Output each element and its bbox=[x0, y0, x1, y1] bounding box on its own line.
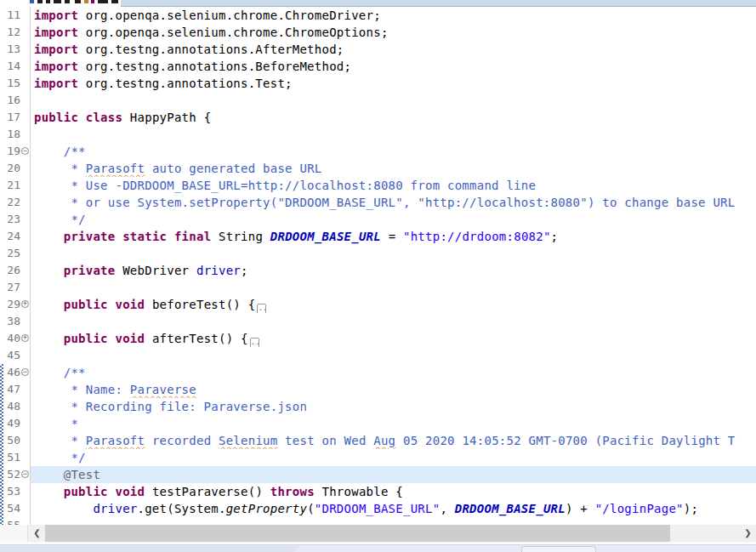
code-text: import org.testng.annotations.Test; bbox=[30, 75, 756, 92]
line-number: 17 bbox=[3, 109, 20, 126]
cut-off-editor-tab[interactable] bbox=[28, 0, 121, 4]
code-line[interactable]: 27 bbox=[0, 279, 756, 296]
code-text: import org.testng.annotations.BeforeMeth… bbox=[30, 58, 756, 75]
line-number: 47 bbox=[3, 381, 20, 398]
fold-ruler bbox=[20, 126, 30, 143]
line-number: 40 bbox=[3, 330, 20, 347]
code-text: * bbox=[30, 415, 756, 432]
tab-bar-strip bbox=[0, 0, 756, 7]
code-text: public class HappyPath { bbox=[30, 109, 756, 126]
folded-code-icon[interactable]: .. bbox=[250, 338, 259, 347]
fold-collapse-icon[interactable]: − bbox=[21, 147, 29, 155]
code-line[interactable]: 55 bbox=[0, 517, 756, 525]
code-line[interactable]: 51 */ bbox=[0, 449, 756, 466]
line-number: 53 bbox=[3, 483, 20, 500]
code-text: import org.openqa.selenium.chrome.Chrome… bbox=[30, 24, 756, 41]
line-number: 52 bbox=[3, 466, 20, 483]
fold-collapse-icon[interactable]: − bbox=[21, 470, 29, 478]
line-number: 55 bbox=[3, 517, 20, 525]
fold-ruler bbox=[20, 7, 30, 24]
line-number: 24 bbox=[3, 228, 20, 245]
code-line[interactable]: 29+ public void beforeTest() {.. bbox=[0, 296, 756, 313]
code-editor[interactable]: 11import org.openqa.selenium.chrome.Chro… bbox=[0, 7, 756, 525]
fold-expand-icon[interactable]: + bbox=[21, 334, 29, 342]
code-line[interactable]: 48 * Recording file: Paraverse.json bbox=[0, 398, 756, 415]
line-number: 14 bbox=[3, 58, 20, 75]
code-line[interactable]: 40+ public void afterTest() {.. bbox=[0, 330, 756, 347]
scrollbar-corner bbox=[0, 525, 28, 542]
eclipse-java-editor: 11import org.openqa.selenium.chrome.Chro… bbox=[0, 0, 756, 552]
code-line[interactable]: 14import org.testng.annotations.BeforeMe… bbox=[0, 58, 756, 75]
code-line[interactable]: 25 bbox=[0, 245, 756, 262]
code-text: * or use System.setProperty("DRDOOM_BASE… bbox=[30, 194, 756, 211]
code-line[interactable]: 45 bbox=[0, 347, 756, 364]
fold-ruler bbox=[20, 432, 30, 449]
scroll-left-icon[interactable]: ❮ bbox=[29, 525, 45, 542]
line-number: 38 bbox=[3, 313, 20, 330]
code-line[interactable]: 23 */ bbox=[0, 211, 756, 228]
folded-code-icon[interactable]: .. bbox=[257, 304, 266, 313]
fold-collapse-icon[interactable]: − bbox=[21, 368, 29, 376]
fold-ruler bbox=[20, 75, 30, 92]
code-line[interactable]: 17public class HappyPath { bbox=[0, 109, 756, 126]
code-line[interactable]: 54 driver.get(System.getProperty("DRDOOM… bbox=[0, 500, 756, 517]
code-line[interactable]: 11import org.openqa.selenium.chrome.Chro… bbox=[0, 7, 756, 24]
line-number: 29 bbox=[3, 296, 20, 313]
code-line[interactable]: 52− @Test bbox=[0, 466, 756, 483]
toolbar-strip bbox=[121, 0, 756, 7]
scrollbar-thumb[interactable] bbox=[45, 525, 670, 542]
fold-ruler bbox=[20, 262, 30, 279]
code-text: private static final String DRDOOM_BASE_… bbox=[30, 228, 756, 245]
code-line[interactable]: 38 bbox=[0, 313, 756, 330]
fold-ruler: − bbox=[20, 143, 30, 160]
code-line[interactable]: 20 * Parasoft auto generated base URL bbox=[0, 160, 756, 177]
horizontal-scrollbar[interactable]: ❮ ❯ bbox=[0, 525, 756, 542]
code-text: * Parasoft recorded Selenium test on Wed… bbox=[30, 432, 756, 449]
code-line[interactable]: 16 bbox=[0, 92, 756, 109]
bottom-tab-right[interactable] bbox=[521, 546, 596, 552]
code-line[interactable]: 49 * bbox=[0, 415, 756, 432]
code-line[interactable]: 19− /** bbox=[0, 143, 756, 160]
code-line[interactable]: 46− /** bbox=[0, 364, 756, 381]
bottom-tab-strip bbox=[0, 544, 756, 552]
fold-ruler bbox=[20, 415, 30, 432]
code-line[interactable]: 53 public void testParaverse() throws Th… bbox=[0, 483, 756, 500]
code-line[interactable]: 50 * Parasoft recorded Selenium test on … bbox=[0, 432, 756, 449]
fold-ruler bbox=[20, 347, 30, 364]
line-number: 18 bbox=[3, 126, 20, 143]
line-number: 54 bbox=[3, 500, 20, 517]
code-line[interactable]: 24 private static final String DRDOOM_BA… bbox=[0, 228, 756, 245]
line-number: 25 bbox=[3, 245, 20, 262]
code-line[interactable]: 26 private WebDriver driver; bbox=[0, 262, 756, 279]
fold-ruler bbox=[20, 228, 30, 245]
code-line[interactable]: 21 * Use -DDRDOOM_BASE_URL=http://localh… bbox=[0, 177, 756, 194]
code-line[interactable]: 18 bbox=[0, 126, 756, 143]
fold-ruler: − bbox=[20, 466, 30, 483]
code-text bbox=[30, 347, 756, 364]
code-line[interactable]: 47 * Name: Paraverse bbox=[0, 381, 756, 398]
code-line[interactable]: 12import org.openqa.selenium.chrome.Chro… bbox=[0, 24, 756, 41]
scroll-right-icon[interactable]: ❯ bbox=[740, 525, 756, 542]
fold-ruler bbox=[20, 500, 30, 517]
bottom-tab-left[interactable] bbox=[0, 546, 299, 552]
fold-ruler bbox=[20, 92, 30, 109]
fold-ruler bbox=[20, 517, 30, 525]
code-text bbox=[30, 245, 756, 262]
fold-expand-icon[interactable]: + bbox=[21, 300, 29, 308]
line-number: 22 bbox=[3, 194, 20, 211]
code-line[interactable]: 15import org.testng.annotations.Test; bbox=[0, 75, 756, 92]
fold-ruler bbox=[20, 194, 30, 211]
code-text: * Name: Paraverse bbox=[30, 381, 756, 398]
line-number: 51 bbox=[3, 449, 20, 466]
code-text bbox=[30, 517, 756, 525]
line-number: 23 bbox=[3, 211, 20, 228]
fold-ruler bbox=[20, 58, 30, 75]
bottom-panel-edge bbox=[0, 542, 756, 552]
code-text: private WebDriver driver; bbox=[30, 262, 756, 279]
fold-ruler: + bbox=[20, 330, 30, 347]
fold-ruler bbox=[20, 41, 30, 58]
fold-ruler bbox=[20, 211, 30, 228]
code-line[interactable]: 22 * or use System.setProperty("DRDOOM_B… bbox=[0, 194, 756, 211]
fold-ruler bbox=[20, 483, 30, 500]
code-line[interactable]: 13import org.testng.annotations.AfterMet… bbox=[0, 41, 756, 58]
